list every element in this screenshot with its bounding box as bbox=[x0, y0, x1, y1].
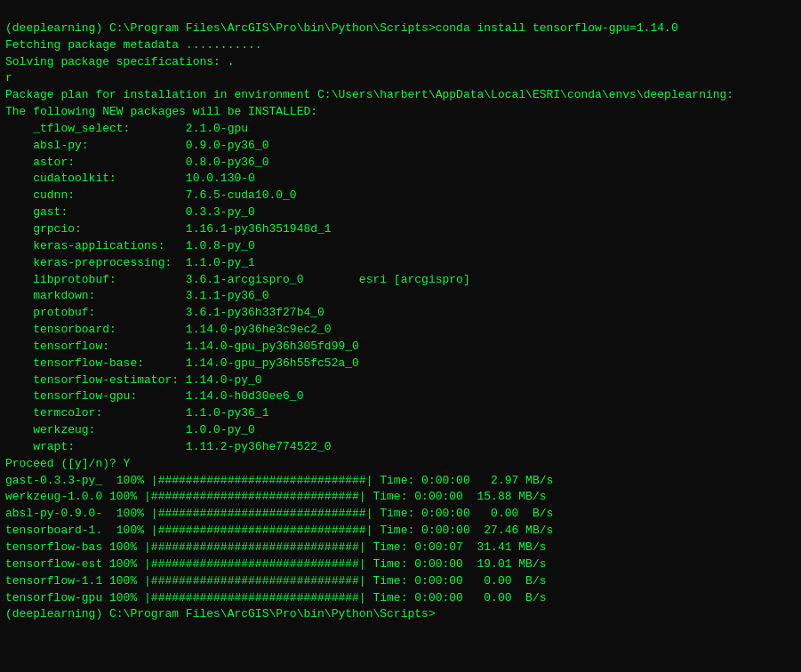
terminal-line: tensorflow-estimator: 1.14.0-py_0 bbox=[5, 372, 796, 389]
terminal-line: tensorflow-est 100% |###################… bbox=[5, 556, 796, 573]
terminal-line: The following NEW packages will be INSTA… bbox=[5, 104, 796, 121]
terminal-line: absl-py: 0.9.0-py36_0 bbox=[5, 138, 796, 155]
terminal-line: (deeplearning) C:\Program Files\ArcGIS\P… bbox=[5, 606, 796, 623]
terminal-line: termcolor: 1.1.0-py36_1 bbox=[5, 405, 796, 422]
terminal-line: Solving package specifications: . bbox=[5, 54, 796, 71]
terminal-line: werkzeug-1.0.0 100% |###################… bbox=[5, 489, 796, 506]
terminal-line: tensorboard-1. 100% |###################… bbox=[5, 523, 796, 540]
terminal-line: tensorboard: 1.14.0-py36he3c9ec2_0 bbox=[5, 322, 796, 339]
terminal-line: tensorflow-gpu 100% |###################… bbox=[5, 590, 796, 607]
terminal-line: r bbox=[5, 70, 796, 87]
terminal-line: protobuf: 3.6.1-py36h33f27b4_0 bbox=[5, 305, 796, 322]
terminal-line: tensorflow-base: 1.14.0-gpu_py36h55fc52a… bbox=[5, 356, 796, 372]
terminal-line: Package plan for installation in environ… bbox=[5, 87, 796, 104]
terminal-line: tensorflow-1.1 100% |###################… bbox=[5, 573, 796, 590]
terminal-line: gast: 0.3.3-py_0 bbox=[5, 204, 796, 221]
terminal-line: keras-applications: 1.0.8-py_0 bbox=[5, 238, 796, 255]
terminal-line: Fetching package metadata ........... bbox=[5, 37, 796, 54]
terminal-line: astor: 0.8.0-py36_0 bbox=[5, 155, 796, 172]
terminal-line: werkzeug: 1.0.0-py_0 bbox=[5, 422, 796, 439]
terminal-line: cudatoolkit: 10.0.130-0 bbox=[5, 171, 796, 188]
terminal-line: (deeplearning) C:\Program Files\ArcGIS\P… bbox=[5, 20, 796, 37]
terminal-line: gast-0.3.3-py_ 100% |###################… bbox=[5, 473, 796, 490]
terminal-line: absl-py-0.9.0- 100% |###################… bbox=[5, 506, 796, 523]
terminal-line: grpcio: 1.16.1-py36h351948d_1 bbox=[5, 221, 796, 238]
terminal-line: tensorflow-gpu: 1.14.0-h0d30ee6_0 bbox=[5, 388, 796, 405]
terminal-line: keras-preprocessing: 1.1.0-py_1 bbox=[5, 255, 796, 272]
terminal-line: libprotobuf: 3.6.1-arcgispro_0 esri [arc… bbox=[5, 272, 796, 289]
terminal-line: tensorflow: 1.14.0-gpu_py36h305fd99_0 bbox=[5, 339, 796, 356]
terminal-line: cudnn: 7.6.5-cuda10.0_0 bbox=[5, 188, 796, 204]
terminal-line: tensorflow-bas 100% |###################… bbox=[5, 540, 796, 556]
terminal-window[interactable]: (deeplearning) C:\Program Files\ArcGIS\P… bbox=[0, 0, 801, 672]
terminal-line: wrapt: 1.11.2-py36he774522_0 bbox=[5, 439, 796, 456]
terminal-line: Proceed ([y]/n)? Y bbox=[5, 456, 796, 473]
terminal-line: _tflow_select: 2.1.0-gpu bbox=[5, 121, 796, 138]
terminal-line: markdown: 3.1.1-py36_0 bbox=[5, 288, 796, 305]
